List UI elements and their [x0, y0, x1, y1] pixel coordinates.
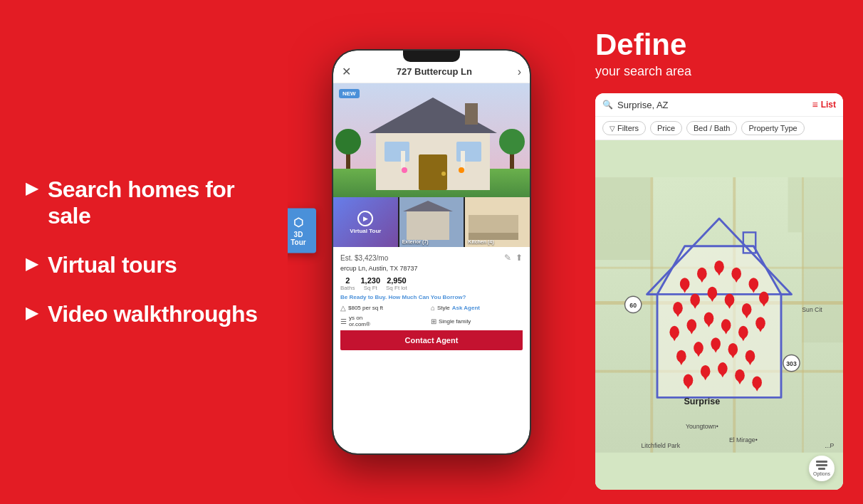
map-search-bar: 🔍 Surprise, AZ ≡ List: [595, 93, 843, 117]
phone-notch: [403, 51, 460, 62]
define-subtitle: your search area: [595, 64, 843, 79]
exterior-thumb[interactable]: Exterior (7): [399, 197, 464, 247]
virtual-tour-thumb[interactable]: ▶ Virtual Tour: [333, 197, 398, 247]
property-stats: 2 Baths 1,230 Sq Ft 2,950 Sq Ft lot: [340, 276, 523, 291]
list-icon: ≡: [812, 99, 817, 110]
stat-sqft: 1,230 Sq Ft: [360, 276, 380, 291]
options-button[interactable]: Options: [809, 456, 835, 481]
svg-rect-26: [802, 233, 843, 343]
phone-info-section: Est. $3,423/mo ✎ ⬆ ercup Ln, Austin, TX …: [333, 247, 530, 356]
svg-text:...P: ...P: [825, 442, 834, 449]
sqft-label: Sq Ft: [360, 285, 380, 291]
baths-value: 2: [340, 276, 355, 285]
chart-icon: △: [340, 304, 346, 312]
borrow-link[interactable]: Be Ready to Buy. How Much Can You Borrow…: [340, 294, 523, 300]
map-card: 🔍 Surprise, AZ ≡ List ▽ Filters Price Be…: [595, 93, 843, 490]
svg-point-14: [499, 129, 525, 154]
svg-rect-32: [802, 177, 804, 453]
detail-days: ☰ ys onor.com®: [340, 315, 428, 327]
filter-icon: ▽: [610, 125, 615, 132]
svg-text:Youngtown•: Youngtown•: [686, 423, 718, 430]
badge-3d-label-top: 3D: [294, 231, 303, 238]
svg-point-16: [459, 167, 464, 173]
lot-value: 2,950: [386, 276, 407, 285]
svg-text:60: 60: [629, 302, 637, 309]
feature-text-3: Video walkthroughs: [48, 301, 257, 327]
sqft-value: 1,230: [360, 276, 380, 285]
svg-text:Litchfield Park: Litchfield Park: [642, 442, 681, 449]
price-sqft-text: $805 per sq ft: [348, 305, 383, 311]
home-icon: ⌂: [431, 304, 435, 312]
list-view-button[interactable]: ≡ List: [812, 99, 836, 110]
map-filter-row: ▽ Filters Price Bed / Bath Property Type: [595, 117, 843, 140]
style-label: Style: [437, 305, 450, 311]
filter-label-filters: Filters: [617, 124, 639, 132]
filter-chip-bed-bath[interactable]: Bed / Bath: [686, 121, 737, 135]
phone-hero-image: NEW: [333, 83, 530, 197]
define-title: Define: [595, 28, 843, 61]
filter-label-property: Property Type: [748, 124, 797, 132]
filter-chip-property-type[interactable]: Property Type: [741, 121, 804, 135]
options-label: Options: [813, 471, 830, 476]
chevron-icon-2: ▶: [26, 255, 38, 273]
svg-point-5: [441, 172, 446, 176]
days-text: ys onor.com®: [349, 315, 370, 327]
play-icon: ▶: [357, 211, 373, 226]
detail-type: ⊞ Single family: [431, 315, 518, 327]
share-icon[interactable]: ⬆: [516, 253, 523, 263]
svg-rect-7: [456, 142, 481, 162]
filter-label-bed-bath: Bed / Bath: [694, 124, 730, 132]
map-svg: 60 303: [595, 140, 843, 490]
chevron-icon-1: ▶: [26, 179, 38, 198]
svg-text:Sun Cit: Sun Cit: [802, 306, 822, 313]
cube-icon: ⬡: [288, 216, 310, 229]
svg-point-15: [402, 167, 407, 173]
virtual-tour-label: Virtual Tour: [350, 228, 381, 234]
kitchen-thumb[interactable]: Kitchen (4): [465, 197, 530, 247]
price-per-month: Est. $3,423/mo: [340, 254, 388, 262]
lot-label: Sq Ft lot: [386, 285, 407, 291]
chevron-icon-3: ▶: [26, 304, 38, 322]
filter-chip-filters[interactable]: ▽ Filters: [602, 121, 646, 135]
panel-middle: ⬡ 3D Tour ✕ 727 Buttercup Ln › NEW: [288, 0, 575, 504]
feature-text-2: Virtual tours: [48, 252, 177, 278]
filter-chip-price[interactable]: Price: [650, 121, 682, 135]
kitchen-label: Kitchen (4): [468, 239, 493, 244]
edit-icon[interactable]: ✎: [504, 253, 511, 263]
feature-search-homes: ▶ Search homes for sale: [26, 177, 262, 229]
phone-device: ✕ 727 Buttercup Ln › NEW: [332, 49, 531, 455]
detail-style: ⌂ Style Ask Agent: [431, 304, 518, 312]
svg-point-12: [335, 129, 361, 154]
svg-rect-9: [461, 151, 465, 169]
svg-rect-30: [650, 177, 653, 453]
property-details: △ $805 per sq ft ⌂ Style Ask Agent ☰ ys …: [340, 304, 523, 327]
calendar-icon: ☰: [340, 317, 347, 325]
phone-screen: ✕ 727 Buttercup Ln › NEW: [333, 51, 530, 453]
svg-rect-25: [788, 177, 843, 232]
filter-label-price: Price: [657, 124, 675, 132]
action-icons: ✎ ⬆: [504, 253, 523, 263]
svg-text:Surprise: Surprise: [684, 397, 720, 406]
close-icon[interactable]: ✕: [342, 65, 351, 78]
contact-agent-button[interactable]: Contact Agent: [340, 330, 523, 350]
search-icon: 🔍: [602, 100, 613, 110]
svg-rect-8: [401, 151, 405, 169]
detail-price-sqft: △ $805 per sq ft: [340, 304, 428, 312]
map-search-text[interactable]: Surprise, AZ: [617, 100, 807, 110]
svg-text:303: 303: [786, 360, 797, 367]
map-area: 60 303: [595, 140, 843, 490]
house-icon: ⊞: [431, 317, 436, 325]
svg-rect-10: [465, 103, 478, 125]
price-row: Est. $3,423/mo ✎ ⬆: [340, 253, 523, 263]
phone-full-address: ercup Ln, Austin, TX 78737: [340, 265, 523, 272]
badge-3d-label-bottom: Tour: [291, 238, 305, 246]
stat-baths: 2 Baths: [340, 276, 355, 291]
feature-virtual-tours: ▶ Virtual tours: [26, 252, 262, 278]
svg-rect-18: [407, 211, 449, 240]
svg-text:El Mirage•: El Mirage•: [729, 436, 758, 443]
style-value[interactable]: Ask Agent: [452, 305, 480, 311]
house-image-svg: [333, 83, 530, 197]
list-label: List: [821, 100, 836, 110]
chevron-right-icon[interactable]: ›: [518, 65, 521, 78]
svg-rect-24: [595, 177, 650, 260]
